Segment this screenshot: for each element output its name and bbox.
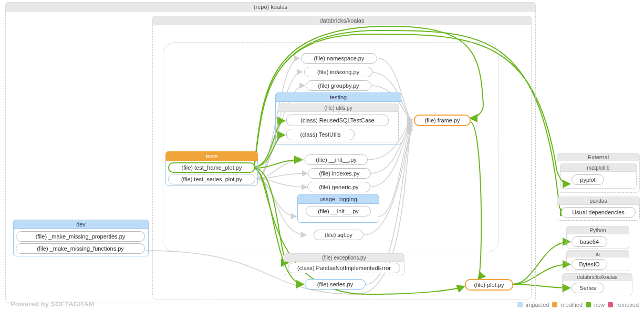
file-init: (file) __init__.py (305, 154, 368, 165)
label: (file) series.py (317, 281, 353, 287)
legend-impacted-swatch (517, 302, 523, 307)
label: (file) plot.py (474, 282, 504, 288)
header-utils: (file) utils.py (278, 104, 399, 112)
label: Series (579, 285, 596, 291)
legend-removed: removed (616, 302, 639, 308)
label: (file) groupby.py (318, 82, 359, 89)
external-label: External (588, 154, 609, 160)
file-generic: (file) generic.py (307, 182, 370, 192)
label: Usual dependencies (572, 209, 625, 215)
dev-label: dev (76, 221, 86, 228)
label: (file) generic.py (319, 184, 358, 190)
label: (file) indexing.py (317, 69, 359, 75)
chip-series-ext: Series (572, 283, 604, 293)
label: (file) sql.py (325, 232, 352, 238)
file-groupby: (file) groupby.py (306, 80, 371, 91)
label: pyplot (580, 177, 595, 183)
file-series: (file) series.py (305, 279, 366, 290)
class-reused: (class) ReusedSQLTestCase (286, 115, 389, 126)
legend-removed-swatch (608, 302, 613, 307)
dbkoalas-label: databricks/koalas (577, 274, 617, 280)
chip-pyplot: pyplot (572, 174, 604, 185)
class-testutils: (class) TestUtils (286, 129, 355, 140)
label: base64 (580, 239, 599, 245)
pandas-label: pandas (590, 198, 607, 204)
file-make-missing-funcs: (file) _make_missing_functions.py (16, 243, 145, 254)
file-usage-init: (file) __init__.py (306, 206, 371, 216)
header-repo: (repo) koalas (5, 2, 536, 12)
legend: impacted modified new removed (517, 302, 639, 308)
tests-label: tests (205, 153, 217, 159)
header-testing: testing (275, 92, 401, 102)
file-plot: (file) plot.py (465, 279, 513, 291)
file-sql: (file) sql.py (314, 230, 363, 240)
label: (file) __init__.py (318, 208, 359, 214)
file-test-series-plot: (file) test_series_plot.py (168, 174, 255, 184)
python-label: Python (589, 228, 606, 233)
legend-new-swatch (586, 302, 591, 307)
exceptions-file-label: (file) exceptions.py (322, 255, 366, 261)
file-frame: (file) frame.py (414, 115, 471, 126)
header-external: External (557, 153, 640, 161)
file-test-frame-plot: (file) test_frame_plot.py (168, 162, 255, 173)
label: (file) _make_missing_properties.py (36, 233, 126, 240)
class-pandasnotimpl: (class) PandasNotImplementedError (288, 263, 400, 273)
label: (file) frame.py (424, 117, 460, 123)
header-pkg: databricks/koalas (152, 16, 532, 25)
header-dbkoalas: databricks/koalas (562, 273, 632, 281)
file-indexing: (file) indexing.py (304, 67, 372, 77)
pkg-label: databricks/koalas (320, 17, 365, 24)
label: (file) __init__.py (316, 157, 357, 163)
utils-label: (file) utils.py (324, 105, 352, 111)
header-python: Python (566, 226, 629, 234)
usage-logging-label: usage_logging (319, 196, 357, 202)
label: (file) test_series_plot.py (181, 176, 242, 182)
header-pandas: pandas (557, 197, 640, 205)
label: (file) indexes.py (319, 170, 359, 177)
header-tests: tests (165, 151, 258, 161)
chip-base64: base64 (572, 236, 607, 247)
chip-bytesio: BytesIO (572, 259, 607, 270)
legend-impacted: impacted (526, 302, 549, 308)
header-exceptions: (file) exceptions.py (284, 253, 404, 262)
matplotlib-label: matplotlib (587, 165, 610, 171)
chip-pandas-deps: Usual dependencies (561, 207, 636, 218)
label: (file) test_frame_plot.py (182, 164, 242, 171)
header-matplotlib: matplotlib (560, 163, 637, 172)
footer-brand: Powered by SOFTAGRAM (11, 300, 94, 308)
file-namespace: (file) namespace.py (301, 53, 377, 64)
label: (file) namespace.py (314, 55, 365, 61)
header-dev: dev (13, 220, 149, 229)
label: (class) ReusedSQLTestCase (300, 117, 374, 123)
file-indexes: (file) indexes.py (308, 168, 371, 179)
label: (class) TestUtils (300, 131, 341, 138)
label: (class) PandasNotImplementedError (297, 265, 391, 271)
testing-label: testing (330, 94, 347, 100)
legend-modified: modified (560, 302, 583, 308)
header-usage-logging: usage_logging (297, 194, 379, 204)
legend-modified-swatch (552, 302, 557, 307)
file-make-missing-props: (file) _make_missing_properties.py (16, 231, 145, 242)
legend-new: new (594, 302, 605, 308)
label: BytesIO (579, 261, 599, 267)
label: (file) _make_missing_functions.py (37, 245, 124, 252)
header-io: io (566, 250, 629, 257)
io-label: io (596, 251, 600, 257)
repo-label: (repo) koalas (254, 4, 287, 10)
